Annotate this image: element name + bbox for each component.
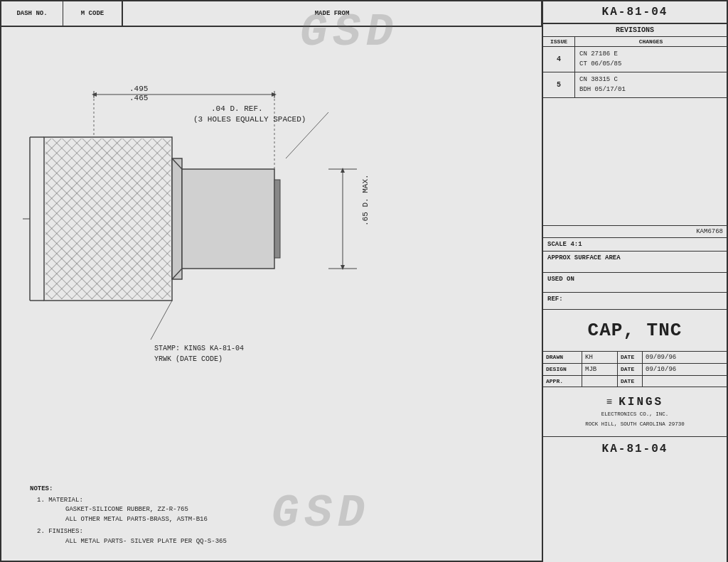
changes-header: CHANGES bbox=[575, 37, 727, 46]
appr-label: APPR. bbox=[543, 376, 582, 387]
kings-logo: ≡ KINGS bbox=[606, 396, 663, 409]
revision-5-issue: 5 bbox=[543, 72, 575, 97]
revision-spacer bbox=[543, 98, 727, 226]
appr-date-label: DATE bbox=[618, 376, 643, 387]
svg-rect-3 bbox=[46, 139, 171, 299]
dash-no-label: DASH NO. bbox=[16, 10, 47, 17]
revision-4-issue: 4 bbox=[543, 47, 575, 72]
revisions-header: REVISIONS bbox=[543, 24, 727, 37]
revision-5-changes: CN 38315 C BDH 05/17/01 bbox=[575, 72, 727, 97]
notes-area: NOTES: 1. MATERIAL: GASKET-SILICONE RUBB… bbox=[30, 485, 227, 546]
svg-rect-11 bbox=[274, 180, 280, 258]
svg-text:(3 HOLES EQUALLY SPACED): (3 HOLES EQUALLY SPACED) bbox=[193, 115, 306, 124]
drawn-row: DRAWN KH DATE 09/09/96 bbox=[543, 352, 727, 364]
svg-line-30 bbox=[151, 301, 172, 340]
dash-no-cell: DASH NO. bbox=[1, 1, 63, 26]
kam-number: KAM6768 bbox=[543, 226, 727, 238]
technical-drawing: .495 .465 .04 D. REF. (3 HOLES EQUALLY S… bbox=[1, 27, 545, 562]
part-number-bottom-value: KA-81-04 bbox=[602, 443, 668, 455]
note1-line2: ALL OTHER METAL PARTS-BRASS, ASTM-B16 bbox=[65, 515, 227, 525]
design-row: DESIGN MJB DATE 09/10/96 bbox=[543, 364, 727, 376]
drawn-label: DRAWN bbox=[543, 352, 582, 363]
revisions-label: REVISIONS bbox=[616, 26, 654, 34]
drawing-container: DASH NO. M CODE MADE FROM GSD bbox=[0, 0, 728, 562]
design-label: DESIGN bbox=[543, 364, 582, 375]
svg-text:.465: .465 bbox=[129, 94, 148, 102]
svg-text:.65 D. MAX.: .65 D. MAX. bbox=[361, 174, 370, 226]
svg-rect-8 bbox=[182, 169, 274, 269]
appr-date-val bbox=[643, 376, 727, 387]
svg-rect-7 bbox=[172, 158, 182, 279]
svg-text:.495: .495 bbox=[129, 85, 148, 93]
revision-row-5: 5 CN 38315 C BDH 05/17/01 bbox=[543, 72, 727, 98]
part-number-bottom: KA-81-04 bbox=[543, 437, 727, 461]
svg-text:.04 D. REF.: .04 D. REF. bbox=[211, 104, 263, 113]
drawn-date-val: 09/09/96 bbox=[643, 352, 727, 363]
svg-text:STAMP: KINGS KA-81-04: STAMP: KINGS KA-81-04 bbox=[154, 345, 244, 352]
m-code-label: M CODE bbox=[81, 10, 104, 17]
header-row: DASH NO. M CODE MADE FROM bbox=[1, 1, 542, 27]
company-name: KINGS bbox=[619, 396, 663, 409]
revision-4-changes: CN 27186 E CT 06/05/85 bbox=[575, 47, 727, 72]
surface-area-field: APPROX SURFACE AREA bbox=[543, 252, 727, 273]
company-sub1: ELECTRONICS CO., INC. bbox=[601, 410, 669, 418]
drawn-val: KH bbox=[582, 352, 618, 363]
note1-title: 1. MATERIAL: bbox=[37, 496, 227, 506]
revisions-subheader: ISSUE CHANGES bbox=[543, 37, 727, 47]
title-block: KA-81-04 REVISIONS ISSUE CHANGES 4 CN 27… bbox=[542, 1, 727, 562]
note2-line1: ALL METAL PARTS- SILVER PLATE PER QQ-S-3… bbox=[65, 537, 227, 547]
design-date-val: 09/10/96 bbox=[643, 364, 727, 375]
design-val: MJB bbox=[582, 364, 618, 375]
svg-text:YRWK (DATE CODE): YRWK (DATE CODE) bbox=[154, 355, 223, 363]
scale-field: SCALE 4:1 bbox=[543, 238, 727, 252]
company-sub2: ROCK HILL, SOUTH CAROLINA 29730 bbox=[585, 420, 685, 428]
appr-row: APPR. DATE bbox=[543, 376, 727, 387]
revision-row-4: 4 CN 27186 E CT 06/05/85 bbox=[543, 47, 727, 72]
svg-marker-27 bbox=[341, 168, 345, 173]
part-name: CAP, TNC bbox=[543, 310, 727, 352]
drawn-date-label: DATE bbox=[618, 352, 643, 363]
issue-header: ISSUE bbox=[543, 37, 575, 46]
kings-icon: ≡ bbox=[606, 396, 614, 408]
note2-title: 2. FINISHES: bbox=[37, 527, 227, 537]
used-on-field: USED ON bbox=[543, 273, 727, 293]
part-number-top: KA-81-04 bbox=[543, 1, 727, 24]
note1-line1: GASKET-SILICONE RUBBER, ZZ-R-765 bbox=[65, 505, 227, 515]
m-code-cell: M CODE bbox=[63, 1, 123, 26]
notes-title: NOTES: bbox=[30, 485, 227, 495]
design-date-label: DATE bbox=[618, 364, 643, 375]
svg-marker-28 bbox=[341, 265, 345, 270]
gsd-watermark-bottom: GSD bbox=[272, 488, 370, 539]
part-number-top-value: KA-81-04 bbox=[602, 6, 668, 18]
ref-field: REF: bbox=[543, 293, 727, 310]
logo-area: ≡ KINGS ELECTRONICS CO., INC. ROCK HILL,… bbox=[543, 387, 727, 437]
appr-val bbox=[582, 376, 618, 387]
